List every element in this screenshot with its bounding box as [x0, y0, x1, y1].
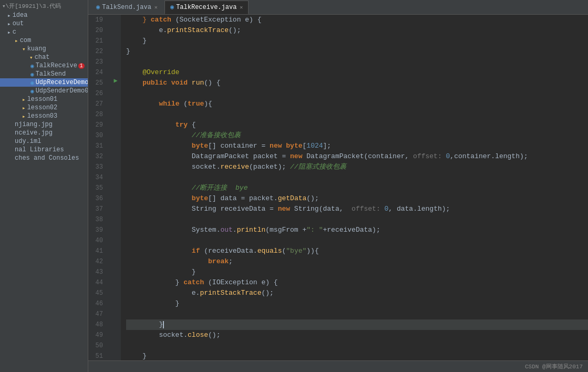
- sidebar-item-label: ches and Consoles: [15, 154, 79, 162]
- code-area: 19 20 21 22 23 24 25 26 27 28 29 30 31 3…: [88, 15, 588, 360]
- sidebar-item-idea[interactable]: ▸ idea: [0, 11, 88, 19]
- code-line-22: }: [126, 46, 588, 57]
- line-num-41: 41: [88, 246, 106, 256]
- gutter-45: [110, 279, 121, 289]
- code-line-47: [126, 309, 588, 319]
- tab-talksend[interactable]: ◉ TalkSend.java ✕: [90, 1, 163, 14]
- gutter-25-run[interactable]: ▶: [110, 76, 121, 86]
- sidebar-item-talksend[interactable]: ◉ TalkSend: [0, 70, 88, 78]
- line-num-44: 44: [88, 277, 106, 288]
- tab-talkreceive[interactable]: ◉ TalkReceive.java ✕: [164, 1, 249, 14]
- gutter-44: [110, 269, 121, 279]
- code-line-36: byte[] data = packet.getData();: [126, 193, 588, 204]
- java-tab-icon: ◉: [96, 3, 100, 11]
- gutter-46: [110, 290, 121, 299]
- gutter-51: [110, 340, 121, 350]
- gutter-20: [110, 25, 121, 35]
- code-line-24: @Override: [126, 67, 588, 78]
- sidebar-item-chat[interactable]: ▾ chat: [0, 53, 88, 61]
- expand-icon: ▾: [29, 54, 33, 61]
- tab-close-button[interactable]: ✕: [240, 4, 243, 11]
- code-content[interactable]: } catch (SocketException e) { e.printSta…: [121, 15, 588, 360]
- line-num-42: 42: [88, 256, 106, 267]
- sidebar-item-label: out: [13, 20, 24, 27]
- folder-icon: ▸: [22, 113, 26, 120]
- tab-label: TalkReceive.java: [176, 4, 236, 11]
- sidebar-item-nceive[interactable]: nceive.jpg: [0, 129, 88, 137]
- sidebar-item-lesson01[interactable]: ▸ lesson01: [0, 95, 88, 104]
- sidebar-item-out[interactable]: ▸ out: [0, 19, 88, 28]
- code-line-28: [126, 109, 588, 120]
- line-num-26: 26: [88, 88, 106, 99]
- code-line-21: }: [126, 36, 588, 46]
- sidebar-item-udpsender[interactable]: ◉ UdpSenderDemo01: [0, 87, 88, 95]
- sidebar-item-udpreceive[interactable]: ◉ UdpReceiveDemo01: [0, 78, 88, 87]
- code-line-40: [126, 235, 588, 246]
- line-num-25: 25: [88, 78, 106, 88]
- gutter-52: [110, 350, 121, 360]
- sidebar-item-label: UdpReceiveDemo01: [36, 79, 88, 86]
- sidebar-item-lesson02[interactable]: ▸ lesson02: [0, 104, 88, 112]
- line-num-43: 43: [88, 267, 106, 277]
- sidebar-header: ▾\开[19921]\3.代码: [0, 1, 88, 11]
- line-num-30: 30: [88, 130, 106, 141]
- folder-icon: ▸: [22, 105, 26, 111]
- sidebar-item-njiang[interactable]: njiang.jpg: [0, 120, 88, 129]
- line-num-38: 38: [88, 214, 106, 225]
- tab-close-button[interactable]: ✕: [154, 4, 158, 11]
- sidebar: ▾\开[19921]\3.代码 ▸ idea ▸ out ▸ c ▸ com ▾…: [0, 0, 88, 372]
- sidebar-item-lesson03[interactable]: ▸ lesson03: [0, 112, 88, 120]
- code-line-42: break;: [126, 256, 588, 267]
- folder-icon: ▸: [7, 20, 11, 27]
- folder-icon: ▸: [7, 29, 11, 36]
- sidebar-item-scratches[interactable]: ches and Consoles: [0, 154, 88, 162]
- line-num-29: 29: [88, 120, 106, 130]
- line-num-22: 22: [88, 46, 106, 57]
- main-area: ◉ TalkSend.java ✕ ◉ TalkReceive.java ✕ 1…: [88, 0, 588, 372]
- line-num-31: 31: [88, 141, 106, 151]
- line-num-51: 51: [88, 351, 106, 360]
- sidebar-item-talkreceive[interactable]: ◉ TalkReceive 1: [0, 61, 88, 70]
- code-line-38: [126, 214, 588, 225]
- gutter-29: [110, 117, 121, 127]
- sidebar-item-kuang[interactable]: ▾ kuang: [0, 45, 88, 53]
- java-file-icon: ◉: [30, 79, 34, 86]
- gutter-38: [110, 208, 121, 218]
- gutter-49: [110, 320, 121, 330]
- gutter-39: [110, 218, 121, 228]
- code-line-34: [126, 172, 588, 183]
- sidebar-item-label: lesson01: [27, 96, 58, 103]
- line-num-33: 33: [88, 162, 106, 172]
- sidebar-item-label: UdpSenderDemo01: [36, 87, 88, 95]
- code-line-39: System.out.println(msgFrom +": "+receive…: [126, 225, 588, 235]
- gutter-30: [110, 127, 121, 137]
- tab-label: TalkSend.java: [102, 4, 151, 11]
- gutter-34: [110, 167, 121, 177]
- sidebar-item-nat-libs[interactable]: nal Libraries: [0, 146, 88, 154]
- sidebar-item-label: njiang.jpg: [15, 121, 53, 128]
- gutter-19: [110, 15, 121, 25]
- code-line-37: String receiveData = new String(data, of…: [126, 204, 588, 214]
- sidebar-item-iml[interactable]: udy.iml: [0, 137, 88, 146]
- code-line-51: }: [126, 351, 588, 360]
- folder-icon: ▸: [22, 96, 26, 103]
- sidebar-item-com[interactable]: ▸ com: [0, 36, 88, 45]
- line-num-32: 32: [88, 151, 106, 162]
- sidebar-item-c[interactable]: ▸ c: [0, 28, 88, 36]
- line-num-23: 23: [88, 57, 106, 67]
- code-line-49: socket.close();: [126, 330, 588, 340]
- gutter-37: [110, 198, 121, 208]
- gutter-48: [110, 309, 121, 319]
- code-line-46: }: [126, 298, 588, 309]
- code-line-45: e.printStackTrace();: [126, 288, 588, 298]
- sidebar-item-label: TalkSend: [36, 70, 66, 78]
- code-line-29: try {: [126, 120, 588, 130]
- sidebar-item-label: kuang: [27, 45, 46, 53]
- sidebar-item-label: lesson03: [27, 112, 58, 120]
- gutter-28: [110, 106, 121, 116]
- code-line-35: //断开连接 bye: [126, 183, 588, 193]
- sidebar-item-label: idea: [13, 12, 28, 19]
- gutter-area: ▶: [110, 15, 121, 360]
- gutter-23: [110, 55, 121, 65]
- sidebar-item-label: lesson02: [27, 104, 58, 111]
